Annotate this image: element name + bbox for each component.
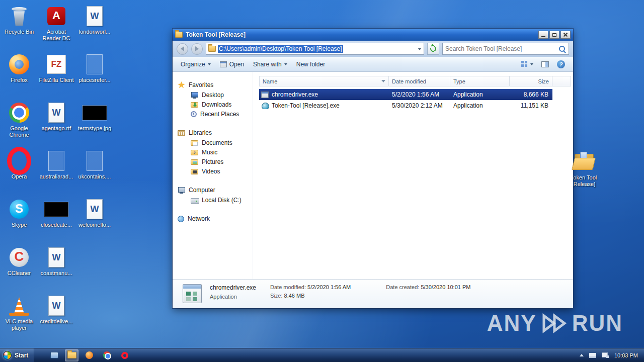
sidebar-item-libraries[interactable]: Libraries (178, 128, 253, 138)
close-icon (563, 32, 568, 37)
hidden-icons-chevron[interactable] (580, 354, 584, 356)
desktop-icon-filezilla[interactable]: FileZilla Client (38, 51, 74, 100)
desktop-icon-creditdelive[interactable]: creditdelive... (38, 293, 74, 341)
file-type-cell: Application (450, 102, 510, 109)
open-folder-icon (572, 151, 596, 173)
desktop-icon-agentago-rtf[interactable]: agentago.rtf (38, 100, 74, 148)
column-header-filler (552, 76, 571, 86)
taskbar-window-button[interactable] (47, 349, 61, 361)
desktop-icon-coastmanu[interactable]: coastmanu... (38, 244, 74, 293)
sidebar-item-videos[interactable]: Videos (178, 166, 253, 176)
desktop-icon-closedcate[interactable]: closedcate... (38, 196, 74, 244)
open-file-icon (220, 61, 227, 67)
opera-icon (121, 352, 128, 359)
column-header-date-modified[interactable]: Date modified (389, 76, 450, 86)
sidebar-item-pictures[interactable]: Pictures (178, 157, 253, 166)
details-date-created: Date created: 5/30/2020 10:01 PM (386, 284, 470, 290)
desktop-icon-placesrefer[interactable]: placesrefer... (76, 51, 113, 100)
address-folder-icon (208, 46, 216, 52)
address-bar[interactable]: C:\Users\admin\Desktop\Token Tool [Relea… (206, 43, 424, 55)
search-icon[interactable] (558, 45, 566, 53)
desktop[interactable]: Recycle Bin Firefox Google Chrome Opera … (0, 0, 644, 362)
file-row-token-tool[interactable]: Token-Tool [Release].exe 5/30/2020 2:12 … (259, 100, 552, 111)
desktop-icon-ccleaner[interactable]: CCleaner (1, 244, 37, 293)
new-folder-button[interactable]: New folder (292, 59, 329, 70)
close-button[interactable] (560, 31, 571, 39)
forward-arrow-icon (195, 46, 199, 51)
desktop-icon-skype[interactable]: Skype (1, 196, 37, 244)
taskbar-chrome-button[interactable] (100, 349, 114, 361)
sidebar-item-network[interactable]: Network (178, 214, 253, 224)
taskbar-explorer-button[interactable] (65, 349, 78, 361)
desktop-icon-label: Firefox (11, 77, 28, 83)
file-name: chromedriver.exe (272, 91, 318, 98)
file-name: Token-Tool [Release].exe (272, 102, 340, 109)
forward-button[interactable] (191, 43, 203, 55)
anyrun-play-icon (541, 313, 568, 333)
desktop-icon-welcomeflo[interactable]: welcomeflo... (76, 196, 113, 244)
desktop-icon-vlc[interactable]: VLC media player (1, 293, 37, 341)
organize-button[interactable]: Organize (177, 59, 215, 70)
desktop-icon-acrobat[interactable]: Acrobat Reader DC (38, 3, 74, 51)
address-dropdown-icon[interactable] (418, 48, 422, 50)
minimize-button[interactable] (538, 31, 548, 39)
preview-pane-button[interactable] (537, 59, 553, 69)
file-date-cell: 5/2/2020 1:56 AM (389, 91, 450, 98)
file-row-chromedriver[interactable]: chromedriver.exe 5/2/2020 1:56 AM Applic… (259, 89, 552, 100)
sidebar-item-music[interactable]: Music (178, 147, 253, 157)
date-modified-label: Date modified: (270, 284, 306, 290)
new-folder-label: New folder (296, 61, 325, 68)
sidebar-item-recent-places[interactable]: Recent Places (178, 109, 253, 119)
file-rows: chromedriver.exe 5/2/2020 1:56 AM Applic… (259, 89, 571, 111)
taskbar-media-button[interactable] (83, 349, 96, 361)
column-header-name[interactable]: Name (259, 76, 389, 86)
search-input[interactable] (445, 45, 558, 52)
navigation-pane: Favorites Desktop Downloads Recent Place… (173, 72, 253, 279)
refresh-button[interactable] (427, 43, 439, 55)
desktop-icon-google-chrome[interactable]: Google Chrome (1, 100, 37, 148)
change-view-button[interactable] (517, 59, 537, 69)
share-with-button[interactable]: Share with (249, 59, 291, 70)
column-header-type[interactable]: Type (450, 76, 510, 86)
desktop-icon-londonworl[interactable]: londonworl... (76, 3, 113, 51)
desktop-icon-label: creditdelive... (40, 318, 73, 325)
desktop-icon-ukcontains[interactable]: ukcontains.... (76, 148, 113, 196)
faded-document-icon (83, 150, 107, 172)
filter-dropdown-icon[interactable] (381, 80, 385, 82)
search-box[interactable] (442, 43, 569, 55)
network-icon[interactable] (602, 352, 609, 358)
sidebar-item-computer[interactable]: Computer (178, 185, 253, 195)
chevron-down-icon (284, 63, 287, 65)
desktop-icon-recycle-bin[interactable]: Recycle Bin (1, 3, 37, 51)
desktop-icon-termstype-jpg[interactable]: termstype.jpg (76, 100, 113, 148)
open-button[interactable]: Open (216, 59, 248, 70)
desktop-icon-column-1: Recycle Bin Firefox Google Chrome Opera … (1, 3, 37, 341)
title-bar[interactable]: Token Tool [Release] (173, 29, 573, 41)
taskbar-opera-button[interactable] (118, 349, 131, 361)
details-file-type: Application (210, 294, 256, 300)
clock[interactable]: 10:03 PM (614, 352, 638, 358)
maximize-button[interactable] (549, 31, 559, 39)
desktop-icon-column-3: londonworl... placesrefer... termstype.j… (76, 3, 113, 244)
desktop-icon-opera[interactable]: Opera (1, 148, 37, 196)
desktop-icon-australiarad[interactable]: australiarad... (38, 148, 74, 196)
sidebar-item-downloads[interactable]: Downloads (178, 100, 253, 109)
sidebar-item-documents[interactable]: Documents (178, 138, 253, 147)
desktop-icon-column-2: Acrobat Reader DC FileZilla Client agent… (38, 3, 74, 341)
sidebar-item-local-disk-c[interactable]: Local Disk (C:) (178, 195, 253, 205)
input-indicator-icon[interactable] (589, 353, 596, 358)
downloads-icon (191, 102, 198, 108)
date-modified-value: 5/2/2020 1:56 AM (307, 284, 351, 290)
address-path: C:\Users\admin\Desktop\Token Tool [Relea… (218, 45, 343, 53)
acrobat-icon (44, 5, 68, 27)
firefox-icon (7, 53, 31, 75)
start-button[interactable]: Start (0, 348, 34, 362)
sidebar-item-favorites[interactable]: Favorites (178, 80, 253, 90)
back-button[interactable] (177, 43, 188, 55)
faded-document-icon (83, 53, 107, 75)
column-header-size[interactable]: Size (510, 76, 552, 86)
sidebar-item-desktop[interactable]: Desktop (178, 90, 253, 100)
favorites-group: Favorites Desktop Downloads Recent Place… (178, 80, 253, 119)
help-button[interactable] (553, 58, 569, 70)
desktop-icon-firefox[interactable]: Firefox (1, 51, 37, 100)
